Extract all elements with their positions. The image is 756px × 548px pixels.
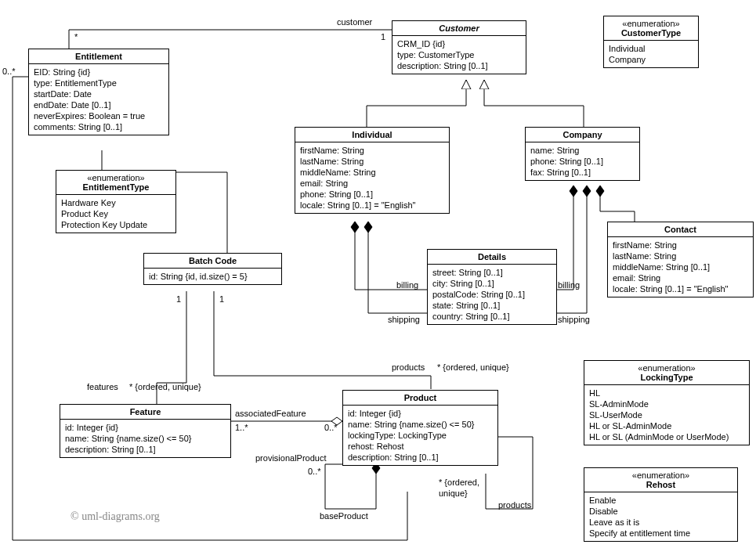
mult-one-b: 1 (176, 294, 181, 304)
lit: Enable (589, 495, 732, 506)
role-products-b: products (498, 500, 531, 510)
mult-one-c: 1 (219, 294, 224, 304)
lit: HL or SL (AdminMode or UserMode) (589, 431, 744, 442)
stereotype: «enumeration» (589, 363, 744, 373)
class-body: firstName: String lastName: String middl… (608, 237, 753, 297)
attr: description: String [0..1] (397, 60, 521, 71)
attr: country: String [0..1] (432, 311, 552, 322)
stereotype: «enumeration» (61, 173, 171, 182)
class-body: id: String {id, id.size() = 5} (144, 269, 281, 284)
role-billing-a: billing (396, 280, 418, 290)
class-body: street: String [0..1] city: String [0..1… (428, 265, 556, 324)
lit: Hardware Key (61, 197, 171, 208)
attr: endDate: Date [0..1] (34, 99, 164, 110)
class-customer: Customer CRM_ID {id} type: CustomerType … (392, 20, 526, 74)
class-product: Product id: Integer {id} name: String {n… (342, 390, 498, 466)
class-title: Feature (60, 405, 230, 420)
attr: neverExpires: Boolean = true (34, 110, 164, 121)
attr: description: String [0..1] (65, 444, 226, 455)
lit: Company (609, 54, 693, 65)
class-title: Customer (392, 21, 526, 36)
attr: middleName: String (300, 167, 444, 178)
lit: Protection Key Update (61, 219, 171, 230)
attr: locale: String [0..1] = "English" (613, 283, 748, 294)
class-body: Hardware Key Product Key Protection Key … (56, 195, 175, 233)
class-title: «enumeration» EntitlementType (56, 171, 175, 195)
attr: locale: String [0..1] = "English" (300, 200, 444, 211)
role-customer: customer (337, 17, 372, 27)
role-billing-b: billing (558, 280, 580, 290)
class-name: Rehost (646, 480, 675, 489)
class-body: CRM_ID {id} type: CustomerType descripti… (392, 36, 526, 74)
lit: Specify at entitlement time (589, 528, 732, 539)
class-company: Company name: String phone: String [0..1… (525, 127, 640, 181)
attr: CRM_ID {id} (397, 38, 521, 49)
attr: street: String [0..1] (432, 267, 552, 278)
stereotype: «enumeration» (589, 470, 732, 480)
class-rehost: «enumeration» Rehost Enable Disable Leav… (584, 467, 738, 542)
attr: name: String {name.size() <= 50} (65, 433, 226, 444)
mult-one-plus: 1..* (235, 423, 248, 432)
attr: email: String (300, 178, 444, 189)
role-provprod: provisionalProduct (255, 453, 327, 463)
lit: Individual (609, 43, 693, 54)
class-title: Batch Code (144, 254, 281, 269)
attr: id: String {id, id.size() = 5} (149, 271, 277, 282)
attr: startDate: Date (34, 88, 164, 99)
attr: description: String [0..1] (348, 452, 493, 463)
class-title: Entitlement (29, 49, 168, 64)
lit: Leave as it is (589, 517, 732, 528)
class-entitlement: Entitlement EID: String {id} type: Entit… (28, 49, 169, 135)
class-title: Contact (608, 222, 753, 237)
mult-unique-c: unique} (439, 489, 468, 498)
class-title: «enumeration» Rehost (584, 468, 737, 492)
attr: fax: String [0..1] (530, 167, 635, 178)
role-baseprod: baseProduct (320, 511, 368, 521)
class-details: Details street: String [0..1] city: Stri… (427, 249, 557, 325)
class-title: «enumeration» CustomerType (604, 16, 698, 41)
attr: phone: String [0..1] (530, 156, 635, 167)
class-body: EID: String {id} type: EntitlementType s… (29, 64, 168, 135)
lit: SL-AdminMode (589, 398, 744, 409)
lit: HL or SL-AdminMode (589, 420, 744, 431)
class-body: id: Integer {id} name: String {name.size… (60, 420, 230, 457)
class-body: HL SL-AdminMode SL-UserMode HL or SL-Adm… (584, 385, 749, 445)
attr: id: Integer {id} (65, 422, 226, 433)
role-assocfeat: associatedFeature (235, 409, 306, 418)
mult-star-ord-b: * {ordered, unique} (437, 362, 509, 372)
class-body: id: Integer {id} name: String {name.size… (343, 406, 497, 465)
class-batchcode: Batch Code id: String {id, id.size() = 5… (143, 253, 282, 285)
lit: HL (589, 388, 744, 398)
class-title: Product (343, 391, 497, 406)
lit: Product Key (61, 208, 171, 219)
attr: postalCode: String [0..1] (432, 289, 552, 300)
class-body: name: String phone: String [0..1] fax: S… (526, 142, 639, 180)
attr: email: String (613, 272, 748, 283)
lit: SL-UserMode (589, 409, 744, 420)
class-body: firstName: String lastName: String middl… (295, 142, 449, 213)
attr: rehost: Rehost (348, 441, 493, 452)
class-contact: Contact firstName: String lastName: Stri… (607, 222, 754, 297)
mult-zero-star-c: 0..* (308, 467, 321, 476)
attr: name: String (530, 145, 635, 156)
attr: lastName: String (300, 156, 444, 167)
attr: lockingType: LockingType (348, 430, 493, 441)
attr: state: String [0..1] (432, 300, 552, 311)
mult-one-a: 1 (381, 32, 385, 41)
attr: EID: String {id} (34, 67, 164, 78)
class-title: Company (526, 128, 639, 142)
class-feature: Feature id: Integer {id} name: String {n… (60, 404, 231, 458)
attr: lastName: String (613, 251, 748, 261)
class-title: Individual (295, 128, 449, 142)
attr: firstName: String (300, 145, 444, 156)
attr: comments: String [0..1] (34, 121, 164, 132)
class-name: CustomerType (621, 28, 681, 38)
attr: city: String [0..1] (432, 278, 552, 289)
mult-star-ord-a: * {ordered, unique} (129, 382, 201, 391)
role-shipping-a: shipping (388, 315, 420, 324)
class-name: LockingType (640, 373, 693, 382)
class-body: Individual Company (604, 41, 698, 67)
copyright-text: © uml-diagrams.org (71, 510, 160, 523)
class-name: EntitlementType (83, 182, 150, 192)
class-lockingtype: «enumeration» LockingType HL SL-AdminMod… (584, 360, 750, 445)
